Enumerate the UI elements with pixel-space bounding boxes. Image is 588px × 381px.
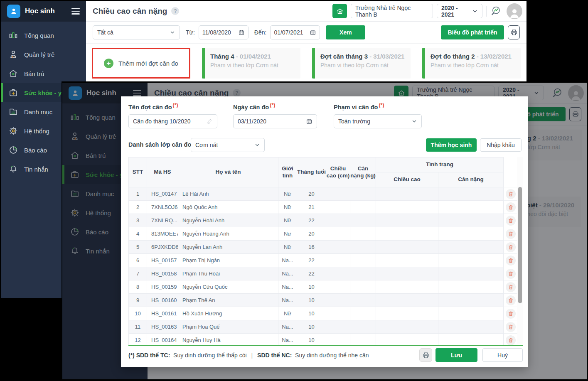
cell-height-input[interactable] [326,294,350,307]
cell-height-input[interactable] [326,187,350,201]
delete-row-button[interactable] [506,309,516,319]
view-button[interactable]: Xem [326,25,365,39]
measurement-card[interactable]: Đợt cân tháng 331/03/2021 Phạm vi theo l… [312,48,411,79]
cell-stt: 3 [129,214,147,227]
divider [486,6,487,17]
class-list-select[interactable]: Cơm nát [191,138,265,152]
school-year-select[interactable]: 2020 - 2021 [437,4,482,18]
to-date-input[interactable]: 01/07/2021 [270,25,320,39]
cell-height-input[interactable] [326,227,350,241]
to-label: Đến: [254,29,267,36]
delete-row-button[interactable] [506,335,516,345]
table-scrollbar[interactable] [517,157,523,344]
sidebar-item-quan-ly-tre[interactable]: Quản lý trẻ [1,45,86,64]
table-row: 5 6PJXKDD6 Nguyễn Lan Anh Nữ 16 [129,241,518,254]
cell-height-input[interactable] [326,320,350,334]
table-row: 12 HS_00164 Nguyễn Huy Hà Na... 10 [129,334,518,346]
cell-weight-input[interactable] [350,334,376,346]
cell-weight-input[interactable] [350,254,376,267]
cell-actions [504,267,518,280]
cell-weight-input[interactable] [350,320,376,334]
add-student-button[interactable]: Thêm học sinh [426,138,477,152]
delete-row-button[interactable] [506,202,516,212]
delete-row-button[interactable] [506,216,516,226]
growth-chart-button[interactable]: Biểu đồ phát triển [441,25,504,39]
delete-row-button[interactable] [506,269,516,279]
delete-row-button[interactable] [506,295,516,305]
cell-weight-input[interactable] [350,267,376,280]
cell-status-height [376,201,438,214]
col-header-height: Chiều cao (cm) [326,157,350,187]
col-header-weight: Cân nặng (kg) [350,157,376,187]
cell-actions [504,187,518,201]
cell-weight-input[interactable] [350,187,376,201]
table-row: 4 813MOEE7 Nguyễn Hoàng Anh Nữ 20 [129,227,518,241]
cell-weight-input[interactable] [350,227,376,241]
cell-status-height [376,267,438,280]
chevron-down-icon [411,118,417,124]
sidebar-header: Học sinh [1,1,86,22]
card-date: 01/04/2021 [234,53,271,60]
home-icon [8,69,18,79]
help-icon[interactable]: ? [171,7,179,15]
cell-weight-input[interactable] [350,201,376,214]
cell-age-months: 10 [297,320,326,334]
school-home-icon[interactable] [332,4,347,18]
class-list-label: Danh sách lớp cân đo: [128,141,193,148]
cell-stt: 8 [129,280,147,294]
calendar-icon [310,29,316,36]
cell-age-months: 22 [297,214,326,227]
period-filter-select[interactable]: Tất cả [93,25,180,39]
cell-weight-input[interactable] [350,280,376,294]
cell-weight-input[interactable] [350,241,376,254]
school-name-field[interactable]: Trường Nhà trẻ Ngọc Thanh B [351,4,433,18]
delete-row-button[interactable] [506,189,516,199]
cell-weight-input[interactable] [350,294,376,307]
delete-row-button[interactable] [506,322,516,332]
trash-icon [508,297,514,303]
delete-row-button[interactable] [506,242,516,252]
chevron-down-icon [472,8,478,14]
delete-row-button[interactable] [506,282,516,292]
cell-height-input[interactable] [326,201,350,214]
cell-name: Nguyễn Hoàng Anh [178,227,278,241]
growth-search-icon[interactable] [490,5,503,17]
sidebar-item-ban-tru[interactable]: Bán trú [1,64,86,83]
cell-height-input[interactable] [326,334,350,346]
hamburger-menu-icon[interactable] [71,8,80,15]
table-row: 9 HS_00160 Phạm Thế An Na... 10 [129,294,518,307]
measurement-card[interactable]: Tháng 401/04/2021 Phạm vi theo lớp Cơm n… [202,48,300,79]
scrollbar-thumb[interactable] [518,187,522,303]
cell-height-input[interactable] [326,241,350,254]
import-button[interactable]: Nhập khẩu [480,138,522,152]
measurement-card[interactable]: Đợt đo tháng 213/02/2021 Phạm vi theo lớ… [422,48,521,79]
print-button[interactable] [508,25,520,39]
measurement-scope-select[interactable]: Toàn trường [334,114,422,128]
cancel-button[interactable]: Huỷ [482,348,523,362]
top-bar: Chiều cao cân nặng ? Trường Nhà trẻ Ngọc… [86,1,526,22]
cell-height-input[interactable] [326,254,350,267]
cell-status-height [376,334,438,346]
cell-status-height [376,227,438,241]
add-measurement-card[interactable]: + Thêm mới đợt cân đo [92,48,190,79]
modal-print-button[interactable] [419,348,432,362]
measurement-date-input[interactable]: 03/11/2020 [233,114,317,128]
user-avatar[interactable] [507,3,522,19]
cell-height-input[interactable] [326,214,350,227]
cell-gender: Na... [278,334,297,346]
cell-gender: Nữ [278,187,297,201]
from-date-input[interactable]: 11/08/2020 [199,25,248,39]
cell-weight-input[interactable] [350,307,376,320]
sidebar-item-tong-quan[interactable]: Tổng quan [1,26,86,45]
card-date: 31/03/2021 [368,53,404,60]
cell-weight-input[interactable] [350,214,376,227]
measurement-name-input[interactable]: Cân đo tháng 10/2020 [128,114,217,128]
scope-field-label: Phạm vi cân đo(*) [334,102,422,111]
cell-height-input[interactable] [326,307,350,320]
delete-row-button[interactable] [506,256,516,265]
cell-height-input[interactable] [326,280,350,294]
delete-row-button[interactable] [506,229,516,239]
cell-height-input[interactable] [326,267,350,280]
chevron-down-icon [254,142,260,148]
save-button[interactable]: Lưu [435,348,477,362]
